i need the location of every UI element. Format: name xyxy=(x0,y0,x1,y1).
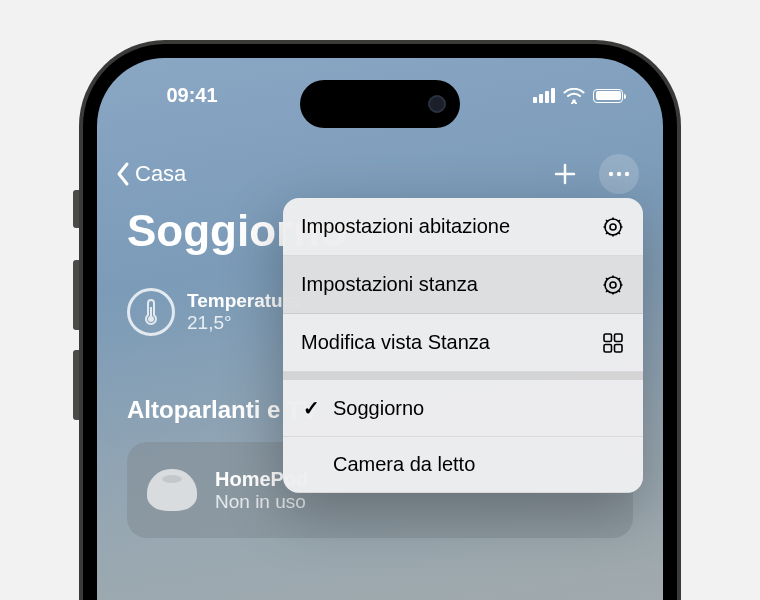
screen: 09:41 Casa xyxy=(97,58,663,600)
status-indicators xyxy=(533,88,623,104)
climate-chip[interactable]: Temperatura 21,5° xyxy=(127,288,301,336)
grid-icon xyxy=(601,332,625,354)
volume-up xyxy=(73,260,79,330)
svg-point-3 xyxy=(625,172,629,176)
add-button[interactable] xyxy=(545,154,585,194)
menu-item-room-settings[interactable]: Impostazioni stanza xyxy=(283,256,643,314)
status-time: 09:41 xyxy=(137,84,247,107)
volume-down xyxy=(73,350,79,420)
back-button[interactable]: Casa xyxy=(115,161,186,187)
back-label: Casa xyxy=(135,161,186,187)
signal-icon xyxy=(533,88,555,103)
menu-item-home-settings[interactable]: Impostazioni abitazione xyxy=(283,198,643,256)
context-menu: Impostazioni abitazione Impostazioni sta… xyxy=(283,198,643,493)
dynamic-island xyxy=(300,80,460,128)
plus-icon xyxy=(551,160,579,188)
menu-room-camera-da-letto[interactable]: Camera da letto xyxy=(283,437,643,493)
menu-item-label: Impostazioni stanza xyxy=(301,272,589,297)
chevron-left-icon xyxy=(115,161,131,187)
gear-icon xyxy=(601,216,625,238)
menu-item-label: Modifica vista Stanza xyxy=(301,330,589,355)
thermometer-icon xyxy=(127,288,175,336)
tile-status: Non in uso xyxy=(215,491,308,513)
svg-point-1 xyxy=(609,172,613,176)
ellipsis-icon xyxy=(608,171,630,177)
svg-point-0 xyxy=(572,99,576,103)
menu-divider xyxy=(283,372,643,380)
svg-rect-26 xyxy=(604,334,612,342)
menu-item-label: Impostazioni abitazione xyxy=(301,214,589,239)
svg-point-7 xyxy=(610,224,616,230)
menu-room-label: Soggiorno xyxy=(333,397,424,420)
wifi-icon xyxy=(563,88,585,104)
homepod-icon xyxy=(147,469,197,511)
battery-icon xyxy=(593,89,623,103)
svg-point-2 xyxy=(617,172,621,176)
silence-switch xyxy=(73,190,79,228)
phone-frame: 09:41 Casa xyxy=(79,40,681,600)
menu-item-edit-room-view[interactable]: Modifica vista Stanza xyxy=(283,314,643,372)
front-camera xyxy=(428,95,446,113)
more-button[interactable] xyxy=(599,154,639,194)
phone-bezel: 09:41 Casa xyxy=(83,44,677,600)
nav-bar: Casa xyxy=(97,154,663,194)
svg-rect-27 xyxy=(615,334,623,342)
menu-room-soggiorno[interactable]: ✓ Soggiorno xyxy=(283,380,643,437)
svg-rect-28 xyxy=(604,344,612,352)
svg-rect-29 xyxy=(615,344,623,352)
checkmark-icon: ✓ xyxy=(301,396,321,420)
gear-icon xyxy=(601,274,625,296)
svg-point-17 xyxy=(610,282,616,288)
menu-room-label: Camera da letto xyxy=(333,453,475,476)
